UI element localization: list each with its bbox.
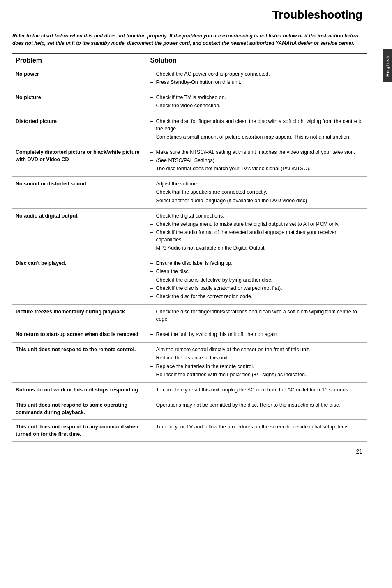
solution-item: Check the disc for the correct region co… [150, 293, 363, 300]
solution-item: Clean the disc. [150, 268, 363, 275]
solution-item: Check that the speakers are connected co… [150, 188, 363, 196]
solution-cell: Check if the TV is switched on.Check the… [147, 90, 367, 114]
solution-cell: Make sure the NTSC/PAL setting at this u… [147, 145, 367, 176]
table-row: This unit does not respond to any comman… [12, 420, 367, 442]
table-row: No return to start-up screen when disc i… [12, 327, 367, 343]
solution-item: Adjust the volume. [150, 180, 363, 188]
problem-cell: No sound or distorted sound [12, 177, 147, 208]
solution-list: Make sure the NTSC/PAL setting at this u… [150, 148, 363, 172]
solution-item: Check the disc for fingerprints/scratche… [150, 308, 363, 323]
problem-cell: No audio at digital output [12, 208, 147, 256]
problem-cell: No picture [12, 90, 147, 114]
table-row: This unit does not respond to the remote… [12, 343, 367, 383]
problem-cell: This unit does not respond to some opera… [12, 398, 147, 419]
problem-cell: Picture freezes momentarily during playb… [12, 304, 147, 327]
table-row: No powerCheck if the AC power cord is pr… [12, 67, 367, 90]
problem-cell: Disc can't be played. [12, 256, 147, 305]
problem-cell: No return to start-up screen when disc i… [12, 327, 147, 343]
solution-item: To completely reset this unit, unplug th… [150, 386, 363, 394]
problem-cell: No power [12, 67, 147, 90]
page-container: English Troubleshooting Refer to the cha… [0, 0, 392, 588]
solution-item: Check if the TV is switched on. [150, 94, 363, 101]
solution-item: Check if the disc is badly scratched or … [150, 285, 363, 292]
content-area: Troubleshooting Refer to the chart below… [0, 0, 383, 463]
solution-item: (See NTSC/PAL Settings) [150, 157, 363, 164]
solution-item: Reduce the distance to this unit. [150, 354, 363, 361]
table-row: Disc can't be played.Ensure the disc lab… [12, 256, 367, 305]
solution-list: Aim the remote control directly at the s… [150, 346, 363, 378]
solution-list: Check if the AC power cord is properly c… [150, 70, 363, 86]
solution-cell: Reset the unit by switching this unit of… [147, 327, 367, 343]
solution-item: MP3 Audio is not available on the Digita… [150, 244, 363, 252]
solution-cell: To completely reset this unit, unplug th… [147, 382, 367, 398]
solution-item: Re-insert the batteries with their polar… [150, 371, 363, 378]
table-row: Completely distorted picture or black/wh… [12, 145, 367, 176]
solution-item: Check the digital connections. [150, 212, 363, 220]
solution-cell: Check the disc for fingerprints/scratche… [147, 304, 367, 327]
problem-cell: Completely distorted picture or black/wh… [12, 145, 147, 176]
problem-cell: Buttons do not work or this unit stops r… [12, 382, 147, 398]
solution-item: Operations may not be permitted by the d… [150, 401, 363, 409]
table-row: Picture freezes momentarily during playb… [12, 304, 367, 327]
solution-list: Check the disc for fingerprints and clea… [150, 118, 363, 141]
solution-item: Aim the remote control directly at the s… [150, 346, 363, 353]
solution-item: Turn on your TV and follow the procedure… [150, 423, 363, 431]
col-problem-header: Problem [12, 54, 147, 67]
solution-cell: Adjust the volume.Check that the speaker… [147, 177, 367, 208]
tab-label: English [385, 55, 390, 77]
solution-item: Check the video connection. [150, 102, 363, 109]
table-row: No audio at digital outputCheck the digi… [12, 208, 367, 256]
solution-list: Adjust the volume.Check that the speaker… [150, 180, 363, 204]
solution-list: Check if the TV is switched on.Check the… [150, 94, 363, 109]
problem-cell: This unit does not respond to any comman… [12, 420, 147, 442]
table-row: No pictureCheck if the TV is switched on… [12, 90, 367, 114]
solution-cell: Check the digital connections.Check the … [147, 208, 367, 256]
table-row: Distorted pictureCheck the disc for fing… [12, 114, 367, 145]
solution-list: Check the digital connections.Check the … [150, 212, 363, 252]
solution-cell: Check if the AC power cord is properly c… [147, 67, 367, 90]
solution-item: Check if the audio format of the selecte… [150, 229, 363, 243]
solution-cell: Aim the remote control directly at the s… [147, 343, 367, 383]
solution-cell: Operations may not be permitted by the d… [147, 398, 367, 419]
solution-item: Check the settings menu to make sure the… [150, 220, 363, 228]
solution-item: Make sure the NTSC/PAL setting at this u… [150, 148, 363, 156]
table-row: No sound or distorted soundAdjust the vo… [12, 177, 367, 208]
intro-text: Refer to the chart below when this unit … [12, 32, 367, 47]
troubleshooting-table: Problem Solution No powerCheck if the AC… [12, 53, 367, 442]
problem-cell: Distorted picture [12, 114, 147, 145]
solution-item: Check the disc for fingerprints and clea… [150, 118, 363, 132]
solution-item: Replace the batteries in the remote cont… [150, 363, 363, 370]
solution-item: Check if the AC power cord is properly c… [150, 70, 363, 78]
col-solution-header: Solution [147, 54, 367, 67]
solution-item: Ensure the disc label is facing up. [150, 259, 363, 267]
solution-list: Check the disc for fingerprints/scratche… [150, 308, 363, 323]
solution-list: Reset the unit by switching this unit of… [150, 331, 363, 338]
solution-list: Operations may not be permitted by the d… [150, 401, 363, 409]
solution-item: The disc format does not match your TV's… [150, 165, 363, 172]
page-title: Troubleshooting [12, 8, 367, 25]
solution-item: Sometimes a small amount of picture dist… [150, 133, 363, 141]
solution-item: Check if the disc is defective by trying… [150, 276, 363, 284]
solution-list: To completely reset this unit, unplug th… [150, 386, 363, 394]
table-row: Buttons do not work or this unit stops r… [12, 382, 367, 398]
table-row: This unit does not respond to some opera… [12, 398, 367, 419]
problem-cell: This unit does not respond to the remote… [12, 343, 147, 383]
solution-list: Ensure the disc label is facing up.Clean… [150, 259, 363, 300]
solution-cell: Turn on your TV and follow the procedure… [147, 420, 367, 442]
solution-cell: Check the disc for fingerprints and clea… [147, 114, 367, 145]
solution-list: Turn on your TV and follow the procedure… [150, 423, 363, 431]
page-number: 21 [12, 448, 367, 455]
solution-cell: Ensure the disc label is facing up.Clean… [147, 256, 367, 305]
solution-item: Press Standby-On button on this unit. [150, 79, 363, 86]
solution-item: Reset the unit by switching this unit of… [150, 331, 363, 338]
solution-item: Select another audio language (if availa… [150, 197, 363, 204]
english-tab: English [383, 49, 392, 82]
